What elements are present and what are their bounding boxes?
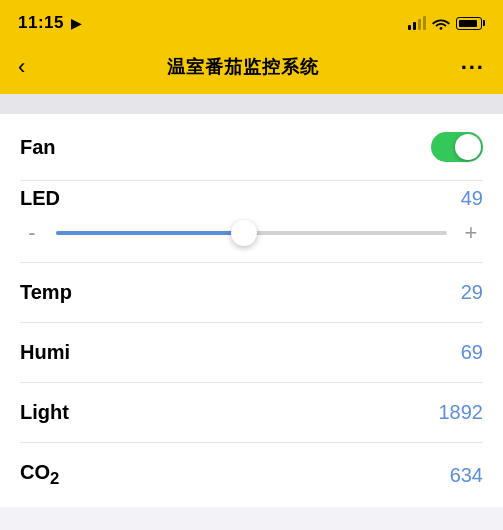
status-time: 11:15 ▶ (18, 13, 82, 33)
led-slider-track[interactable] (56, 231, 447, 235)
nav-bar: ‹ 温室番茄监控系统 ··· (0, 44, 503, 94)
humi-label: Humi (20, 341, 70, 364)
led-slider-controls: - + (20, 220, 483, 246)
fan-label: Fan (20, 136, 56, 159)
led-label: LED (20, 187, 60, 210)
led-decrease-button[interactable]: - (20, 220, 44, 246)
co2-label: CO2 (20, 461, 59, 489)
location-icon: ▶ (71, 16, 82, 31)
led-row: LED 49 - + (20, 181, 483, 263)
separator (0, 94, 503, 114)
status-icons (408, 16, 485, 30)
led-value: 49 (461, 187, 483, 210)
toggle-knob (455, 134, 481, 160)
wifi-icon (432, 16, 450, 30)
temp-value: 29 (461, 281, 483, 304)
temp-row: Temp 29 (20, 263, 483, 323)
led-slider-fill (56, 231, 244, 235)
led-label-row: LED 49 (20, 187, 483, 210)
page-title: 温室番茄监控系统 (167, 55, 319, 79)
fan-toggle[interactable] (431, 132, 483, 162)
temp-label: Temp (20, 281, 72, 304)
fan-row: Fan (20, 114, 483, 181)
light-row: Light 1892 (20, 383, 483, 443)
signal-icon (408, 16, 426, 30)
light-label: Light (20, 401, 69, 424)
co2-row: CO2 634 (20, 443, 483, 507)
humi-row: Humi 69 (20, 323, 483, 383)
humi-value: 69 (461, 341, 483, 364)
co2-value: 634 (450, 464, 483, 487)
light-value: 1892 (439, 401, 484, 424)
back-button[interactable]: ‹ (18, 56, 25, 78)
led-increase-button[interactable]: + (459, 220, 483, 246)
status-bar: 11:15 ▶ (0, 0, 503, 44)
led-slider-thumb[interactable] (231, 220, 257, 246)
battery-icon (456, 17, 485, 30)
more-button[interactable]: ··· (461, 62, 485, 73)
content-area: Fan LED 49 - + Temp 29 Humi 69 Light 189… (0, 114, 503, 507)
